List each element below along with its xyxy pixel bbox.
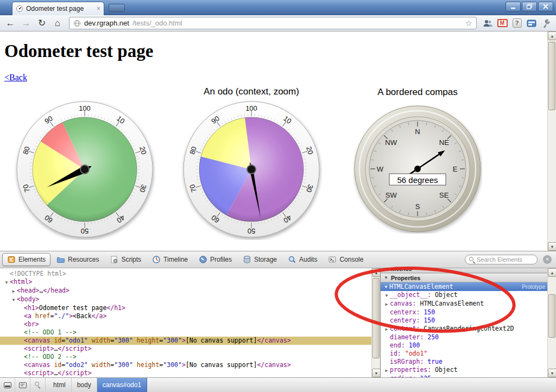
dom-tree-node[interactable]: ▶<head>…</head> xyxy=(0,287,371,295)
profile-extension-icon[interactable] xyxy=(481,17,494,30)
profiles-icon xyxy=(199,255,207,264)
dom-tree-node[interactable]: ▼<body> xyxy=(0,295,371,304)
breadcrumb-item[interactable]: html xyxy=(48,378,72,392)
property-row[interactable]: id: "odo1" xyxy=(381,350,548,358)
restore-button[interactable] xyxy=(522,2,537,11)
selected-prototype-row[interactable]: ▼ HTMLCanvasElement Prototype xyxy=(381,282,548,291)
property-row[interactable]: ▶context: CanvasRenderingContext2D xyxy=(381,325,548,333)
dom-tree-scrollbar[interactable]: ▲ ▼ xyxy=(371,268,380,377)
new-tab-button[interactable] xyxy=(109,4,125,12)
dom-tree-node[interactable]: <!-- ODO 1 --> xyxy=(0,328,371,337)
reload-button[interactable]: ↻ xyxy=(35,17,49,30)
devtools-tab-scripts[interactable]: Scripts xyxy=(105,253,146,266)
gmail-m-icon: M xyxy=(497,19,508,27)
property-row[interactable]: end: 100 xyxy=(381,342,548,350)
dom-tree-node[interactable]: <!DOCTYPE html> xyxy=(0,270,371,278)
browser-tab[interactable]: Odometer test page × xyxy=(12,2,104,15)
url-host: dev.rgraph.net xyxy=(84,19,129,27)
wrench-menu-button[interactable] xyxy=(540,17,553,30)
dom-tree-node[interactable]: <h1>Odometer test page</h1> xyxy=(0,304,371,312)
property-row[interactable]: diameter: 250 xyxy=(381,333,548,342)
devtools-tab-elements[interactable]: Elements xyxy=(2,253,50,266)
bookmark-star-icon[interactable]: ☆ xyxy=(465,18,472,28)
sidebar-scrollbar[interactable]: ▲ ▼ xyxy=(547,268,556,377)
breadcrumb-item[interactable]: body xyxy=(72,378,97,392)
omnibox[interactable]: dev.rgraph.net/tests/_odo.html ☆ xyxy=(69,17,477,29)
devtools-close-button[interactable]: × xyxy=(543,255,552,264)
breadcrumb: htmlbodycanvas#odo1 xyxy=(48,378,147,392)
dom-tree-node[interactable]: <canvas id="odo1" width="300" height="30… xyxy=(0,337,371,345)
panels-extension-icon[interactable] xyxy=(525,17,538,30)
devtools-tab-timeline[interactable]: Timeline xyxy=(147,253,193,266)
property-row[interactable]: centery: 150 xyxy=(381,317,548,325)
prototype-label: Prototype xyxy=(522,284,545,290)
svg-text:W: W xyxy=(377,165,384,173)
devtools-tab-console[interactable]: Console xyxy=(323,253,368,266)
expand-icon: ▼ xyxy=(383,275,389,280)
dock-icon xyxy=(4,382,11,388)
devtools-search[interactable] xyxy=(465,255,538,264)
breadcrumb-item[interactable]: canvas#odo1 xyxy=(97,378,147,392)
devtools-toolbar: Elements Resources Scripts Timeline xyxy=(0,251,556,268)
dom-tree-node[interactable]: <br> xyxy=(0,320,371,328)
svg-text:S: S xyxy=(415,203,420,211)
devtools-tab-audits[interactable]: Audits xyxy=(283,253,322,266)
dom-tree-node[interactable]: <canvas id="odo2" width="300" height="30… xyxy=(0,361,371,369)
tab-label: Audits xyxy=(299,256,317,263)
scroll-up-icon[interactable]: ▲ xyxy=(548,268,556,277)
scroll-up-icon[interactable]: ▲ xyxy=(372,268,381,277)
svg-text:SW: SW xyxy=(386,191,397,199)
help-extension-icon[interactable]: ? xyxy=(510,17,523,30)
dom-tree-node[interactable]: <a href="./"><Back</a> xyxy=(0,312,371,320)
gmail-extension-icon[interactable]: M xyxy=(496,17,509,30)
devtools-panel: Elements Resources Scripts Timeline xyxy=(0,251,556,392)
storage-icon xyxy=(243,255,251,264)
scroll-down-icon[interactable]: ▼ xyxy=(372,369,381,377)
odometer-canvas-odo2: 100102030405060708090 xyxy=(181,99,322,240)
tab-label: Elements xyxy=(18,256,46,263)
wrench-icon xyxy=(541,18,551,28)
property-row[interactable]: ▼__object__: Object xyxy=(381,291,548,300)
dom-tree-node[interactable]: <script>…</script> xyxy=(0,345,371,353)
dom-tree-node[interactable]: <!-- ODO 2 --> xyxy=(0,353,371,361)
close-button[interactable] xyxy=(538,2,553,11)
sidebar-scrollbar-thumb[interactable] xyxy=(548,294,555,338)
back-link[interactable]: <Back xyxy=(4,73,27,83)
page-scrollbar[interactable]: ▲ ▼ xyxy=(547,31,556,251)
devtools-tab-profiles[interactable]: Profiles xyxy=(194,253,237,266)
audits-icon xyxy=(288,255,296,264)
question-mark-icon: ? xyxy=(513,18,522,28)
property-row[interactable]: ▶canvas: HTMLCanvasElement xyxy=(381,300,548,308)
home-button[interactable]: ⌂ xyxy=(50,17,65,30)
property-row[interactable]: isRGraph: true xyxy=(381,358,548,366)
properties-section-header[interactable]: ▼ Properties xyxy=(381,273,548,282)
tab-favicon-gauge-icon xyxy=(16,5,23,12)
forward-button[interactable]: → xyxy=(19,17,33,30)
dock-button[interactable] xyxy=(0,378,15,392)
browser-window: { "window": { "tab_title": "Odometer tes… xyxy=(0,0,556,392)
tab-close-icon[interactable]: × xyxy=(97,6,100,11)
console-toggle-button[interactable] xyxy=(15,378,30,392)
scroll-down-icon[interactable]: ▼ xyxy=(548,369,556,377)
devtools-tab-resources[interactable]: Resources xyxy=(52,253,104,266)
property-row[interactable]: centerx: 150 xyxy=(381,308,548,317)
browser-toolbar: ← → ↻ ⌂ dev.rgraph.net/tests/_odo.html ☆… xyxy=(0,15,556,31)
inspect-element-button[interactable] xyxy=(30,378,46,392)
section-title: Metrics xyxy=(391,268,412,272)
svg-text:56 degrees: 56 degrees xyxy=(397,175,438,185)
compass-gauge: NNEESESSWWNW56 degrees xyxy=(353,104,482,233)
scroll-up-icon[interactable]: ▲ xyxy=(548,31,556,40)
devtools-tab-storage[interactable]: Storage xyxy=(238,253,282,266)
metrics-section-header[interactable]: ▼ Metrics xyxy=(381,268,548,273)
dom-tree-node[interactable]: ▼<html> xyxy=(0,278,371,287)
page-scrollbar-thumb[interactable] xyxy=(548,42,555,110)
search-input[interactable] xyxy=(477,256,533,263)
dom-tree-node[interactable]: <script>…</script> xyxy=(0,369,371,377)
restore-icon xyxy=(527,4,532,9)
scroll-down-icon[interactable]: ▼ xyxy=(548,242,556,251)
property-row[interactable]: ▶properties: Object xyxy=(381,366,548,375)
back-button[interactable]: ← xyxy=(3,17,17,30)
tree-scrollbar-thumb[interactable] xyxy=(372,278,380,358)
minimize-button[interactable] xyxy=(506,2,521,11)
properties-list: ▼__object__: Object▶canvas: HTMLCanvasEl… xyxy=(381,291,548,377)
